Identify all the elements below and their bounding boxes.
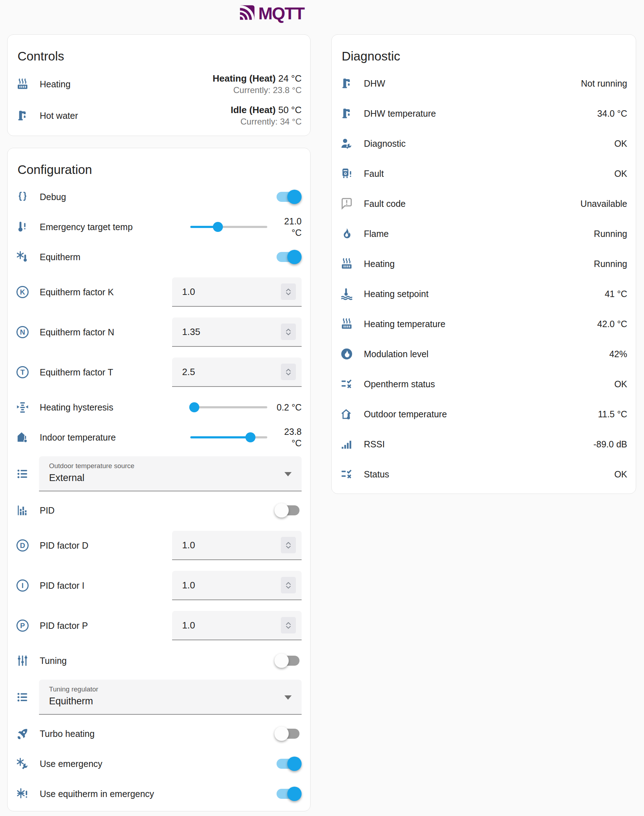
mqtt-signal-icon xyxy=(238,3,257,24)
slider-thumb[interactable] xyxy=(189,402,199,412)
pid-toggle[interactable] xyxy=(276,505,299,515)
mqtt-logo-text: MQTT xyxy=(258,3,304,23)
row-value: OK xyxy=(614,169,627,179)
dhw-temperature-row[interactable]: DHW temperature 34.0 °C xyxy=(332,98,636,129)
number-spinner[interactable] xyxy=(281,324,296,340)
debug-row: Debug xyxy=(8,182,310,212)
row-value: 34.0 °C xyxy=(597,109,627,119)
climate-target: 24 °C xyxy=(278,73,302,84)
controls-card-title: Controls xyxy=(8,35,310,68)
turbo-heating-row: Turbo heating xyxy=(8,719,310,749)
signal-icon xyxy=(339,437,354,451)
heating-row[interactable]: Heating Running xyxy=(332,249,636,279)
dhw-row[interactable]: DHW Not running xyxy=(332,68,636,98)
row-label: Flame xyxy=(364,229,594,239)
indoor-temperature-slider[interactable] xyxy=(190,432,267,443)
use-emergency-toggle[interactable] xyxy=(276,759,299,769)
indoor-temperature-row: Indoor temperature 23.8 °C xyxy=(8,422,310,452)
row-label: Equitherm factor T xyxy=(40,367,172,377)
number-field xyxy=(172,357,302,387)
fault-row[interactable]: Fault OK xyxy=(332,158,636,189)
slider-value: 23.8 °C xyxy=(272,426,302,449)
tune-vertical-icon xyxy=(15,653,30,668)
slider-value: 0.2 °C xyxy=(272,402,302,413)
heating-setpoint-row[interactable]: Heating setpoint 41 °C xyxy=(332,279,636,309)
toggle-knob[interactable] xyxy=(287,190,302,204)
alpha-i-circle-icon: I xyxy=(15,578,30,593)
number-field xyxy=(172,611,302,640)
controls-card: Controls Heating Heating (Heat) 24 °C Cu… xyxy=(7,34,311,136)
row-value: OK xyxy=(614,469,627,480)
toggle-knob[interactable] xyxy=(287,787,302,801)
number-field xyxy=(172,278,302,307)
row-label: Indoor temperature xyxy=(40,433,186,443)
number-spinner[interactable] xyxy=(281,577,296,594)
diagnostic-card-title: Diagnostic xyxy=(332,35,636,68)
snowflake-wrench-icon xyxy=(15,756,30,771)
water-tap-icon xyxy=(339,76,354,90)
emergency-target-temp-row: Emergency target temp 21.0 °C xyxy=(8,212,310,242)
slider-rail[interactable] xyxy=(190,406,267,408)
row-label: PID factor P xyxy=(40,621,172,631)
row-label: Use equitherm in emergency xyxy=(40,789,276,799)
tuning-toggle[interactable] xyxy=(276,656,299,666)
opentherm-status-row[interactable]: Opentherm status OK xyxy=(332,369,636,399)
heating-hysteresis-slider[interactable] xyxy=(190,402,267,413)
row-label: Use emergency xyxy=(40,759,276,769)
radiator-icon xyxy=(339,317,354,331)
number-spinner[interactable] xyxy=(281,537,296,553)
toggle-knob[interactable] xyxy=(287,756,302,771)
slider-fill xyxy=(190,436,250,439)
row-label: Turbo heating xyxy=(40,729,276,739)
row-value: Running xyxy=(594,229,627,239)
flame-row[interactable]: Flame Running xyxy=(332,219,636,249)
heating-temperature-row[interactable]: Heating temperature 42.0 °C xyxy=(332,309,636,339)
row-label: Status xyxy=(364,469,614,480)
row-label: PID factor D xyxy=(40,540,172,551)
outdoor-temperature-row[interactable]: Outdoor temperature 11.5 °C xyxy=(332,399,636,429)
row-label: Modulation level xyxy=(364,349,609,359)
row-value: 11.5 °C xyxy=(598,409,627,419)
home-thermometer-icon xyxy=(15,430,30,445)
number-field xyxy=(172,571,302,600)
number-spinner[interactable] xyxy=(281,617,296,633)
climate-state[interactable]: Idle (Heat) 50 °C Currently: 34 °C xyxy=(231,104,302,127)
list-bulleted-icon xyxy=(15,690,30,704)
toggle-knob[interactable] xyxy=(274,503,289,517)
thermometer-alert-icon xyxy=(15,220,30,234)
hot-water-climate-row[interactable]: Hot water Idle (Heat) 50 °C Currently: 3… xyxy=(8,100,310,131)
toggle-knob[interactable] xyxy=(274,727,289,741)
list-bulleted-icon xyxy=(15,467,30,481)
climate-state[interactable]: Heating (Heat) 24 °C Currently: 23.8 °C xyxy=(213,72,302,96)
diagnostic-row[interactable]: Diagnostic OK xyxy=(332,129,636,158)
home-thermometer-out-icon xyxy=(339,407,354,421)
row-value: 41 °C xyxy=(605,289,627,299)
heating-climate-row[interactable]: Heating Heating (Heat) 24 °C Currently: … xyxy=(8,68,310,100)
use-equitherm-in-emergency-toggle[interactable] xyxy=(276,789,299,799)
number-spinner[interactable] xyxy=(281,364,296,380)
slider-thumb[interactable] xyxy=(245,433,256,442)
heating-hysteresis-row: Heating hysteresis 0.2 °C xyxy=(8,392,310,422)
toggle-knob[interactable] xyxy=(287,250,302,264)
climate-mode: Heating (Heat) xyxy=(213,73,276,84)
status-row[interactable]: Status OK xyxy=(332,459,636,489)
outdoor-temperature-source-select[interactable]: Outdoor temperature source External xyxy=(39,456,302,491)
row-label: Equitherm factor N xyxy=(40,327,172,337)
hysteresis-icon xyxy=(15,400,30,414)
emergency-target-temp-slider[interactable] xyxy=(190,222,267,232)
modulation-level-row[interactable]: Modulation level 42% xyxy=(332,339,636,369)
row-value: Not running xyxy=(581,78,627,89)
alpha-d-circle-icon: D xyxy=(15,538,30,552)
turbo-heating-toggle[interactable] xyxy=(276,729,299,739)
slider-thumb[interactable] xyxy=(213,222,223,232)
debug-toggle[interactable] xyxy=(276,192,299,202)
row-value: OK xyxy=(614,379,627,390)
climate-target: 50 °C xyxy=(278,104,302,115)
equitherm-toggle[interactable] xyxy=(276,252,299,262)
rssi-row[interactable]: RSSI -89.0 dB xyxy=(332,429,636,459)
fault-code-row[interactable]: Fault code Unavailable xyxy=(332,189,636,219)
number-spinner[interactable] xyxy=(281,284,296,300)
toggle-knob[interactable] xyxy=(274,653,289,668)
tuning-regulator-select[interactable]: Tuning regulator Equitherm xyxy=(39,679,302,715)
row-label: DHW temperature xyxy=(364,109,597,119)
